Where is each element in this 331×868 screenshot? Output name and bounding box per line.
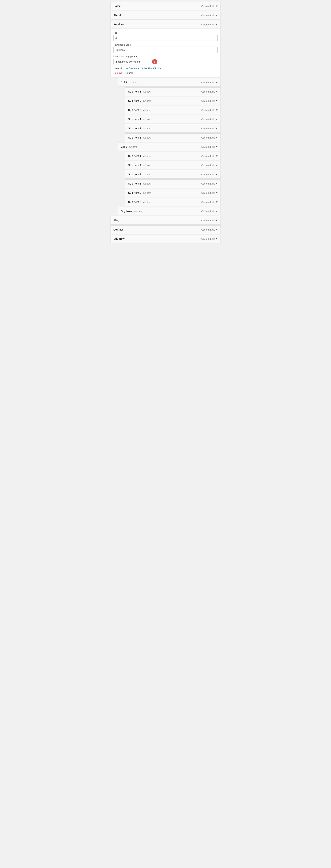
nav-label-field-label: Navigation Label: [113, 43, 218, 46]
css-badge: 1: [152, 59, 157, 64]
move-down-one-link[interactable]: Down one: [129, 67, 139, 70]
col2-sub3-chevron-icon: [216, 174, 218, 175]
menu-item-services-header[interactable]: Services Custom Link: [110, 21, 221, 29]
move-label: Move: [113, 67, 119, 70]
menu-item-about: About Custom Link: [110, 11, 221, 20]
buy-now-sub-chevron-icon: [216, 211, 218, 212]
services-label: Services: [113, 23, 124, 26]
col2-sub6-type: Custom Link: [201, 201, 218, 204]
about-label: About: [113, 14, 121, 17]
col2-chevron-icon: [216, 146, 218, 147]
menu-item-col1-sub3-header[interactable]: Sub Item 3 sub item Custom Link: [125, 106, 221, 114]
contact-chevron-icon: [216, 229, 218, 230]
menu-item-contact-header[interactable]: Contact Custom Link: [110, 225, 221, 234]
move-to-top-link[interactable]: To the top: [155, 67, 165, 70]
menu-item-col2-sub2-header[interactable]: Sub Item 2 sub item Custom Link: [125, 161, 221, 169]
col1-sub2-chevron-icon: [216, 100, 218, 101]
move-under-about-link[interactable]: Under About: [140, 67, 154, 70]
menu-item-col1-header[interactable]: Col 1 sub item Custom Link: [118, 79, 221, 87]
services-chevron-icon: [216, 24, 218, 25]
menu-item-col2-header[interactable]: Col 2 sub item Custom Link: [118, 143, 221, 151]
menu-item-col2-sub2: Sub Item 2 sub item Custom Link: [125, 161, 221, 169]
col1-label: Col 1 sub item: [121, 81, 137, 84]
css-field-label: CSS Classes (optional): [113, 55, 218, 58]
menu-item-buy-now-sub-header[interactable]: Buy Now sub item Custom Link: [118, 207, 221, 215]
menu-item-col2-sub6-header[interactable]: Sub Item 3 sub item Custom Link: [125, 198, 221, 206]
blog-type: Custom Link: [201, 219, 218, 222]
col2-sub3-type: Custom Link: [201, 173, 218, 176]
menu-item-col1-sub2: Sub Item 2 sub item Custom Link: [125, 97, 221, 105]
nav-label-input[interactable]: [113, 47, 218, 53]
col2-sub4-chevron-icon: [216, 183, 218, 184]
menu-item-col1-sub2-header[interactable]: Sub Item 2 sub item Custom Link: [125, 97, 221, 105]
buy-now-type: Custom Link: [201, 238, 218, 240]
menu-item-col2-sub5: Sub Item 2 sub item Custom Link: [125, 189, 221, 197]
blog-chevron-icon: [216, 220, 218, 221]
url-input[interactable]: [113, 35, 218, 41]
buy-now-sub-label: Buy Now sub item: [121, 210, 142, 213]
col2-sub5-chevron-icon: [216, 192, 218, 193]
menu-item-col2-sub1: Sub Item 1 sub item Custom Link: [125, 152, 221, 160]
col1-sub1-chevron-icon: [216, 91, 218, 92]
menu-item-col2-sub4-header[interactable]: Sub Item 1 sub item Custom Link: [125, 180, 221, 188]
col1-tag: sub item: [129, 81, 137, 84]
remove-link[interactable]: Remove: [113, 71, 122, 74]
col1-sub3-type: Custom Link: [201, 109, 218, 112]
nav-label-field-group: Navigation Label: [113, 43, 218, 53]
col2-sub1-type: Custom Link: [201, 155, 218, 157]
col1-sub4-label: Sub Item 1 sub item: [128, 118, 151, 121]
col2-type: Custom Link: [201, 146, 218, 148]
url-field-group: URL: [113, 32, 218, 41]
menu-item-col1-sub1: Sub Item 1 sub item Custom Link: [125, 87, 221, 96]
col2-sub2-type: Custom Link: [201, 164, 218, 167]
action-row: Remove | Cancel: [113, 71, 218, 74]
col1-sub6-chevron-icon: [216, 137, 218, 138]
menu-item-buy-now-header[interactable]: Buy Now Custom Link: [110, 235, 221, 243]
css-classes-input[interactable]: [113, 59, 150, 65]
menu-item-contact: Contact Custom Link: [110, 225, 221, 234]
menu-item-home-header[interactable]: Home Custom Link: [110, 2, 221, 10]
menu-item-blog-header[interactable]: Blog Custom Link: [110, 216, 221, 224]
col2-sub4-type: Custom Link: [201, 182, 218, 185]
buy-now-sub-type: Custom Link: [201, 210, 218, 213]
home-label: Home: [113, 5, 121, 7]
col2-label: Col 2 sub item: [121, 145, 137, 148]
menu-item-col1: Col 1 sub item Custom Link: [118, 78, 221, 87]
menu-item-col2-sub1-header[interactable]: Sub Item 1 sub item Custom Link: [125, 152, 221, 160]
col2-sub2-label: Sub Item 2 sub item: [128, 164, 151, 167]
col1-sub5-type: Custom Link: [201, 127, 218, 130]
menu-item-services: Services Custom Link URL Navigation Labe…: [110, 20, 221, 78]
menu-item-about-header[interactable]: About Custom Link: [110, 11, 221, 19]
url-field-label: URL: [113, 32, 218, 34]
col2-sub6-chevron-icon: [216, 202, 218, 203]
menu-item-col2-sub3: Sub Item 3 sub item Custom Link: [125, 170, 221, 179]
menu-item-blog: Blog Custom Link: [110, 216, 221, 225]
col2-sub5-type: Custom Link: [201, 191, 218, 194]
home-chevron-icon: [216, 5, 218, 7]
col1-sub4-type: Custom Link: [201, 118, 218, 121]
menu-item-col1-sub4: Sub Item 1 sub item Custom Link: [125, 115, 221, 123]
col1-sub5-chevron-icon: [216, 128, 218, 129]
menu-item-col1-sub5: Sub Item 2 sub item Custom Link: [125, 124, 221, 133]
col1-chevron-icon: [216, 82, 218, 83]
col2-sub6-label: Sub Item 3 sub item: [128, 200, 151, 204]
menu-item-home: Home Custom Link: [110, 2, 221, 10]
cancel-link[interactable]: Cancel: [125, 71, 133, 74]
services-type: Custom Link: [201, 23, 218, 26]
menu-item-col1-sub1-header[interactable]: Sub Item 1 sub item Custom Link: [125, 88, 221, 96]
menu-item-col2-sub6: Sub Item 3 sub item Custom Link: [125, 198, 221, 206]
menu-item-col1-sub6-header[interactable]: Sub Item 3 sub item Custom Link: [125, 133, 221, 142]
menu-item-col1-sub4-header[interactable]: Sub Item 1 sub item Custom Link: [125, 115, 221, 123]
menu-item-col1-sub5-header[interactable]: Sub Item 2 sub item Custom Link: [125, 124, 221, 132]
css-field-group: CSS Classes (optional) 1: [113, 55, 218, 65]
about-chevron-icon: [216, 15, 218, 16]
col1-sub4-chevron-icon: [216, 119, 218, 120]
move-up-one-link[interactable]: Up one: [120, 67, 128, 70]
move-row: Move Up one Down one Under About To the …: [113, 67, 218, 70]
col2-sub4-label: Sub Item 1 sub item: [128, 182, 151, 185]
pipe-separator: |: [123, 71, 124, 74]
col1-sub6-label: Sub Item 3 sub item: [128, 136, 151, 139]
menu-item-col2-sub5-header[interactable]: Sub Item 2 sub item Custom Link: [125, 189, 221, 197]
col1-sub1-type: Custom Link: [201, 90, 218, 93]
menu-item-col2-sub3-header[interactable]: Sub Item 3 sub item Custom Link: [125, 170, 221, 179]
